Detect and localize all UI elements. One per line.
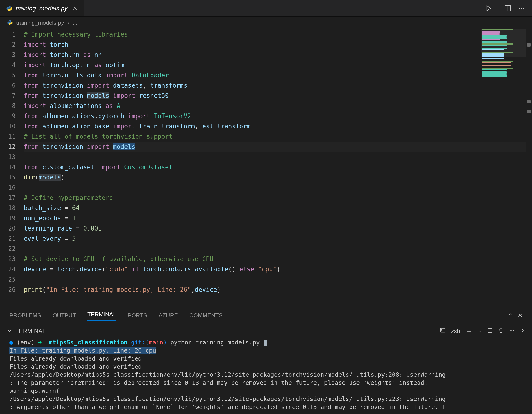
code-line[interactable]: print("In File: training_models.py, Line… (24, 285, 532, 295)
code-line[interactable]: learning_rate = 0.001 (24, 223, 532, 234)
tabs: training_models.py ✕ (0, 0, 84, 16)
code-line[interactable]: from torchvision import datasets, transf… (24, 80, 532, 91)
svg-rect-5 (440, 328, 445, 332)
code-line[interactable]: num_epochs = 1 (24, 213, 532, 223)
terminal-line: /Users/apple/Desktop/mtips5s_classificat… (10, 371, 522, 379)
line-number: 17 (0, 193, 16, 203)
code-line[interactable] (24, 244, 532, 254)
panel-tab-azure[interactable]: AZURE (159, 311, 178, 320)
scrollbar-marker (527, 100, 531, 104)
panel-tab-terminal[interactable]: TERMINAL (87, 310, 116, 321)
code-line[interactable]: import torch.nn as nn (24, 50, 532, 60)
breadcrumb[interactable]: training_models.py › ... (0, 17, 532, 29)
terminal-output[interactable]: ● (env) ➜ mtips5s_classification git:(ma… (0, 339, 532, 414)
code-line[interactable]: # Define hyperparameters (24, 193, 532, 203)
prompt-cwd: mtips5s_classification (49, 339, 128, 346)
line-number: 18 (0, 203, 16, 213)
code-line[interactable]: device = torch.device("cuda" if torch.cu… (24, 264, 532, 274)
terminal-scroll-right-icon[interactable] (520, 327, 525, 335)
scrollbar-marker (527, 43, 531, 47)
line-number: 5 (0, 70, 16, 80)
code-line[interactable]: from albumentations.pytorch import ToTen… (24, 111, 532, 121)
code-line[interactable]: from torchvision import models (24, 142, 532, 152)
line-number: 7 (0, 91, 16, 101)
vertical-scrollbar[interactable] (526, 29, 532, 307)
terminal-shell-label[interactable]: zsh (451, 327, 460, 335)
panel-tab-problems[interactable]: PROBLEMS (10, 311, 41, 320)
code-line[interactable]: import torch (24, 40, 532, 50)
code-line[interactable] (24, 183, 532, 193)
terminal-shell-icon[interactable] (440, 327, 446, 335)
prompt-cmd-arg: training_models.py (195, 339, 260, 346)
line-number: 10 (0, 121, 16, 132)
panel-tab-ports[interactable]: PORTS (128, 311, 147, 320)
tab-bar: training_models.py ✕ ⌄ (0, 0, 532, 17)
editor[interactable]: 1234567891011121314151617181920212223242… (0, 29, 532, 307)
code-line[interactable]: import albumentations as A (24, 101, 532, 111)
code-line[interactable]: from ablumentation_base import train_tra… (24, 121, 532, 132)
line-number: 1 (0, 29, 16, 40)
panel-close-icon[interactable]: ✕ (518, 311, 522, 320)
panel-tabs: PROBLEMS OUTPUT TERMINAL PORTS AZURE COM… (0, 307, 532, 324)
line-number: 9 (0, 111, 16, 121)
code-line[interactable]: # List all of models torchvision support (24, 132, 532, 142)
tab-active[interactable]: training_models.py ✕ (0, 0, 84, 16)
line-number: 24 (0, 264, 16, 274)
code-body[interactable]: # Import necessary librariesimport torch… (24, 29, 532, 307)
prompt-arrow: ➜ (38, 339, 42, 346)
code-line[interactable]: dir(models) (24, 172, 532, 183)
code-line[interactable] (24, 274, 532, 285)
code-line[interactable]: import torch.optim as optim (24, 60, 532, 70)
prompt-branch: main (149, 339, 163, 346)
terminal-more-icon[interactable] (509, 327, 514, 335)
code-line[interactable]: eval_every = 5 (24, 234, 532, 244)
code-line[interactable]: from torchvision.models import resnet50 (24, 91, 532, 101)
panel-maximize-icon[interactable] (508, 311, 513, 320)
split-editor-icon[interactable] (504, 5, 511, 12)
run-icon[interactable] (485, 5, 492, 12)
split-terminal-icon[interactable] (487, 327, 493, 335)
line-number: 12 (0, 142, 16, 152)
chevron-down-icon[interactable] (7, 327, 12, 335)
line-number: 20 (0, 223, 16, 234)
panel-tab-comments[interactable]: COMMENTS (189, 311, 223, 320)
panel-tab-output[interactable]: OUTPUT (52, 311, 76, 320)
svg-point-2 (519, 8, 520, 9)
minimap-slider[interactable] (481, 29, 526, 57)
svg-point-9 (511, 330, 512, 331)
svg-point-10 (513, 330, 514, 331)
new-terminal-icon[interactable]: ＋ (466, 326, 472, 336)
kill-terminal-icon[interactable] (498, 327, 504, 335)
line-number: 21 (0, 234, 16, 244)
svg-point-3 (521, 8, 522, 9)
code-line[interactable] (24, 152, 532, 162)
terminal-section-header: TERMINAL zsh ＋ ⌄ (0, 324, 532, 339)
breadcrumb-file: training_models.py (16, 19, 64, 27)
scrollbar-marker (527, 110, 531, 113)
code-line[interactable]: from torch.utils.data import DataLoader (24, 70, 532, 80)
line-number: 23 (0, 254, 16, 264)
code-line[interactable]: from custom_dataset import CustomDataset (24, 162, 532, 172)
new-terminal-dropdown-icon[interactable]: ⌄ (478, 328, 482, 334)
run-dropdown-icon[interactable]: ⌄ (494, 5, 497, 11)
tab-label: training_models.py (16, 4, 67, 13)
line-gutter: 1234567891011121314151617181920212223242… (0, 29, 24, 307)
line-number: 16 (0, 183, 16, 193)
code-line[interactable]: batch_size = 64 (24, 203, 532, 213)
breadcrumb-rest: ... (72, 19, 77, 27)
svg-point-4 (523, 8, 524, 9)
close-tab-icon[interactable]: ✕ (73, 4, 77, 13)
prompt-env: (env) (17, 339, 34, 346)
terminal-line: /Users/apple/Desktop/mtips5s_classificat… (10, 395, 522, 403)
minimap[interactable] (481, 29, 526, 91)
more-actions-icon[interactable] (518, 5, 525, 12)
code-line[interactable]: # Import necessary libraries (24, 29, 532, 40)
prompt-git-label: git: (131, 339, 145, 346)
terminal-line: : Arguments other than a weight enum or … (10, 403, 522, 411)
vscode-window: training_models.py ✕ ⌄ training_models.p… (0, 0, 532, 414)
prompt-dot-icon: ● (10, 339, 13, 346)
code-line[interactable]: # Set device to GPU if available, otherw… (24, 254, 532, 264)
python-file-icon (6, 5, 12, 12)
line-number: 15 (0, 172, 16, 183)
terminal-line: warnings.warn( (10, 387, 522, 395)
